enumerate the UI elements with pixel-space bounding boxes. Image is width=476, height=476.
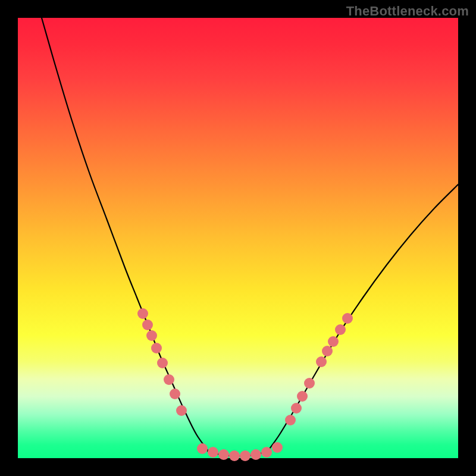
data-dot [328, 336, 339, 347]
data-dot [250, 449, 261, 460]
data-dot [297, 391, 308, 402]
data-dot [272, 442, 283, 453]
dots-group [137, 308, 353, 461]
data-dot [322, 346, 333, 356]
data-dot [176, 405, 187, 416]
plot-area [18, 18, 458, 458]
curve-svg [18, 18, 458, 458]
data-dot [240, 450, 250, 461]
data-dot [229, 450, 240, 461]
data-dot [164, 374, 174, 385]
data-dot [151, 343, 162, 353]
data-dot [208, 447, 218, 458]
data-dot [335, 324, 346, 335]
data-dot [142, 320, 153, 330]
data-dot [137, 308, 148, 319]
chart-frame: TheBottleneck.com [0, 0, 476, 476]
data-dot [316, 356, 327, 367]
data-dot [197, 443, 208, 454]
watermark-text: TheBottleneck.com [346, 4, 469, 19]
data-dot [304, 378, 315, 389]
data-dot [342, 313, 353, 324]
data-dot [146, 330, 157, 341]
data-dot [285, 415, 296, 425]
bottleneck-curve [42, 18, 458, 456]
data-dot [291, 403, 302, 414]
data-dot [261, 447, 272, 458]
data-dot [157, 358, 168, 368]
data-dot [170, 389, 180, 399]
data-dot [218, 449, 229, 460]
